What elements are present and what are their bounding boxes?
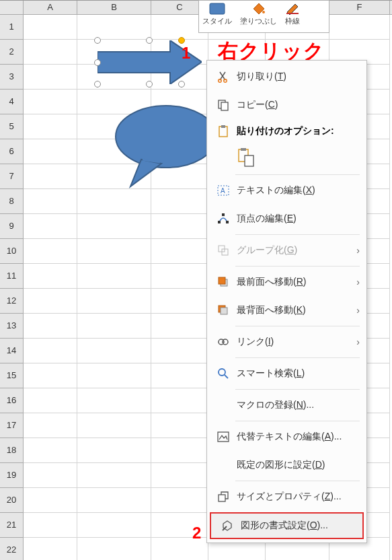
resize-handle[interactable] xyxy=(94,59,101,66)
paste-option-button[interactable] xyxy=(237,147,256,170)
cell[interactable] xyxy=(77,214,151,239)
outline-button[interactable]: 枠線 xyxy=(285,2,300,26)
cell[interactable] xyxy=(151,339,208,363)
row-head[interactable]: 4 xyxy=(0,90,24,114)
cell[interactable] xyxy=(151,438,208,463)
row-head[interactable]: 21 xyxy=(0,513,24,538)
cell[interactable] xyxy=(24,388,77,413)
cell[interactable] xyxy=(151,214,208,239)
cell[interactable] xyxy=(24,463,77,488)
menu-size-properties[interactable]: サイズとプロパティ(Z)... xyxy=(207,483,366,511)
row-head[interactable]: 9 xyxy=(0,214,24,239)
cell[interactable] xyxy=(151,264,208,289)
menu-send-back[interactable]: 最背面へ移動(K) › xyxy=(207,296,366,324)
cell[interactable] xyxy=(151,239,208,264)
cell[interactable] xyxy=(24,363,77,388)
menu-link[interactable]: リンク(I) › xyxy=(207,328,366,356)
cell[interactable] xyxy=(77,438,151,463)
row-head[interactable]: 17 xyxy=(0,413,24,438)
row-head[interactable]: 1 xyxy=(0,15,24,40)
row-head[interactable]: 18 xyxy=(0,438,24,463)
row-head[interactable]: 15 xyxy=(0,363,24,388)
row-head[interactable]: 19 xyxy=(0,463,24,488)
cell[interactable] xyxy=(24,339,77,363)
menu-set-default[interactable]: 既定の図形に設定(D) xyxy=(207,451,366,479)
cell[interactable] xyxy=(151,289,208,314)
resize-handle[interactable] xyxy=(94,81,101,88)
col-head-a[interactable]: A xyxy=(24,1,77,14)
menu-cut[interactable]: 切り取り(T) xyxy=(207,63,366,91)
row-head[interactable]: 11 xyxy=(0,264,24,289)
cell[interactable] xyxy=(77,189,151,214)
row-head[interactable]: 8 xyxy=(0,189,24,214)
cell[interactable] xyxy=(24,189,77,214)
resize-handle[interactable] xyxy=(94,37,101,44)
cell[interactable] xyxy=(151,314,208,339)
row-head[interactable]: 6 xyxy=(0,139,24,164)
menu-edit-points[interactable]: 頂点の編集(E) xyxy=(207,205,366,233)
cell[interactable] xyxy=(24,289,77,314)
cell[interactable] xyxy=(77,239,151,264)
fill-button[interactable]: 塗りつぶし xyxy=(240,2,277,26)
resize-handle[interactable] xyxy=(146,81,153,88)
cell[interactable] xyxy=(151,463,208,488)
cell[interactable] xyxy=(24,413,77,438)
row-head[interactable]: 16 xyxy=(0,388,24,413)
cell[interactable] xyxy=(151,388,208,413)
cell[interactable] xyxy=(24,538,77,560)
cell[interactable] xyxy=(24,488,77,513)
cell[interactable] xyxy=(24,40,77,65)
cell[interactable] xyxy=(24,114,77,139)
menu-bring-front[interactable]: 最前面へ移動(R) › xyxy=(207,268,366,296)
resize-handle[interactable] xyxy=(178,81,185,88)
cell[interactable] xyxy=(24,65,77,90)
speech-bubble-shape[interactable] xyxy=(114,104,219,188)
col-head-b[interactable]: B xyxy=(77,1,151,14)
cell[interactable] xyxy=(329,15,390,40)
row-head[interactable]: 13 xyxy=(0,314,24,339)
style-button[interactable]: スタイル xyxy=(202,2,232,26)
menu-format-shape[interactable]: 図形の書式設定(O)... xyxy=(210,512,364,539)
cell[interactable] xyxy=(24,239,77,264)
col-head-f[interactable]: F xyxy=(329,1,390,14)
cell[interactable] xyxy=(24,139,77,164)
cell[interactable] xyxy=(77,363,151,388)
cell[interactable] xyxy=(151,488,208,513)
menu-smart-lookup[interactable]: スマート検索(L) xyxy=(207,359,366,388)
menu-copy[interactable]: コピー(C) xyxy=(207,91,366,119)
menu-assign-macro[interactable]: マクロの登録(N)... xyxy=(207,391,366,419)
row-head[interactable]: 3 xyxy=(0,65,24,90)
select-all-corner[interactable] xyxy=(0,1,24,14)
menu-edit-text[interactable]: A テキストの編集(X) xyxy=(207,176,366,205)
cell[interactable] xyxy=(77,538,151,560)
cell[interactable] xyxy=(151,189,208,214)
cell[interactable] xyxy=(77,264,151,289)
cell[interactable] xyxy=(77,513,151,538)
cell[interactable] xyxy=(77,314,151,339)
row-head[interactable]: 14 xyxy=(0,339,24,363)
row-head[interactable]: 12 xyxy=(0,289,24,314)
row-head[interactable]: 22 xyxy=(0,538,24,560)
cell[interactable] xyxy=(24,264,77,289)
adjust-handle[interactable] xyxy=(178,37,185,44)
cell[interactable] xyxy=(24,513,77,538)
cell[interactable] xyxy=(77,388,151,413)
row-head[interactable]: 5 xyxy=(0,114,24,139)
row-head[interactable]: 20 xyxy=(0,488,24,513)
cell[interactable] xyxy=(77,289,151,314)
cell[interactable] xyxy=(24,214,77,239)
row-head[interactable]: 10 xyxy=(0,239,24,264)
cell[interactable] xyxy=(24,164,77,189)
cell[interactable] xyxy=(77,488,151,513)
row-head[interactable]: 7 xyxy=(0,164,24,189)
cell[interactable] xyxy=(77,339,151,363)
row-head[interactable]: 2 xyxy=(0,40,24,65)
cell[interactable] xyxy=(151,363,208,388)
cell[interactable] xyxy=(24,90,77,114)
cell[interactable] xyxy=(77,413,151,438)
cell[interactable] xyxy=(151,413,208,438)
cell[interactable] xyxy=(77,15,151,40)
cell[interactable] xyxy=(24,314,77,339)
cell[interactable] xyxy=(24,15,77,40)
cell[interactable] xyxy=(24,438,77,463)
